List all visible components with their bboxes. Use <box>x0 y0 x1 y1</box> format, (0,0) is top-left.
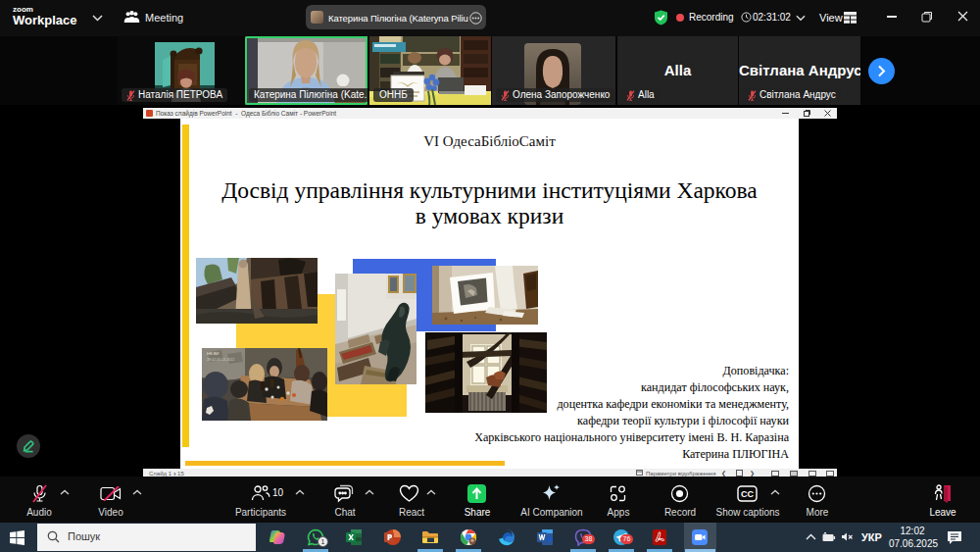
svg-text:НВ ВИ: НВ ВИ <box>207 351 219 356</box>
svg-text:CC: CC <box>741 489 754 499</box>
svg-text:28.02-05.03.2022: 28.02-05.03.2022 <box>207 358 234 362</box>
